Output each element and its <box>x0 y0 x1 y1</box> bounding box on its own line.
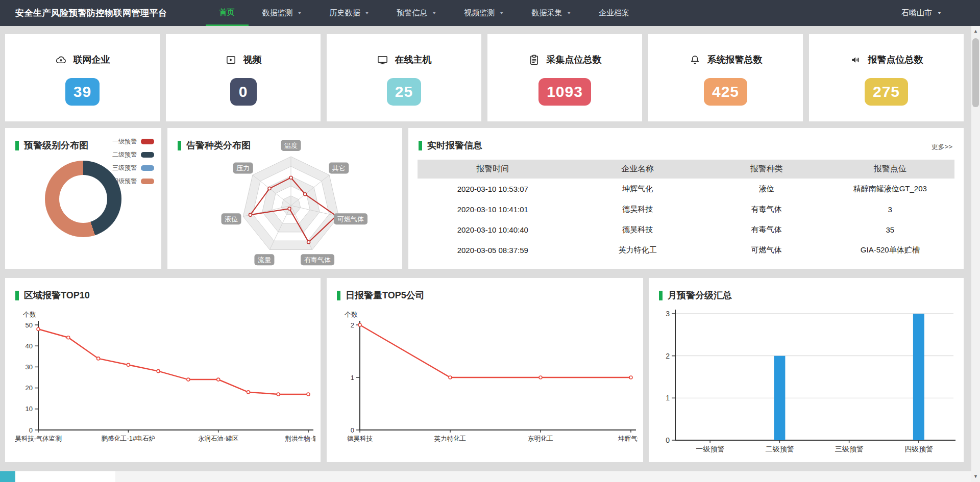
nav-item-data-monitor[interactable]: 数据监测▼ <box>249 0 316 26</box>
chevron-down-icon: ▼ <box>499 11 504 15</box>
table-cell: 2020-03-10 10:41:01 <box>418 199 568 219</box>
svg-text:有毒气体: 有毒气体 <box>304 256 331 264</box>
table-cell: 2020-03-05 08:37:59 <box>418 240 568 260</box>
svg-text:50: 50 <box>26 321 33 329</box>
legend-swatch <box>141 152 154 158</box>
table-cell: 3 <box>826 199 955 219</box>
svg-text:10: 10 <box>26 405 33 413</box>
table-header-cell: 报警点位 <box>826 160 955 179</box>
table-cell: 2020-03-10 10:53:07 <box>418 179 568 199</box>
stat-card-system-alarms-total: 系统报警总数 425 <box>648 34 803 121</box>
scroll-down-icon[interactable]: ▼ <box>971 472 980 481</box>
line-chart-daily-top5: 个数012德昊科技英力特化工东明化工坤辉气化 <box>332 305 638 458</box>
svg-text:二级预警: 二级预警 <box>765 445 794 453</box>
nav-item-data-collect[interactable]: 数据采集▼ <box>518 0 585 26</box>
legend-label: 二级预警 <box>112 150 137 159</box>
card-title-realtime-alarm: 实时报警信息 <box>419 139 482 151</box>
stat-value-badge: 275 <box>865 78 908 106</box>
svg-text:流量: 流量 <box>258 256 271 264</box>
alarm-table: 报警时间 企业名称 报警种类 报警点位 2020-03-10 10:53:07 … <box>418 160 954 260</box>
table-cell: 德昊科技 <box>568 199 708 219</box>
stat-card-connected-enterprises: 联网企业 39 <box>5 34 160 121</box>
table-cell: 2020-03-10 10:40:40 <box>418 219 568 240</box>
svg-text:温度: 温度 <box>284 142 298 149</box>
footer-tile <box>0 471 15 482</box>
app-title: 安全生产风险预警防控物联网管理平台 <box>15 0 167 26</box>
more-link[interactable]: 更多>> <box>932 142 952 151</box>
legend-label: 三级预警 <box>112 164 137 172</box>
svg-text:其它: 其它 <box>332 164 346 172</box>
chevron-down-icon: ▼ <box>298 11 302 15</box>
stat-label: 联网企业 <box>74 54 110 66</box>
table-header-cell: 企业名称 <box>568 160 708 179</box>
card-title-text: 告警种类分布图 <box>186 139 251 151</box>
video-icon <box>225 54 237 66</box>
navbar: 安全生产风险预警防控物联网管理平台 首页 数据监测▼ 历史数据▼ 预警信息▼ 视… <box>0 0 980 26</box>
svg-text:40: 40 <box>26 342 33 350</box>
bell-icon <box>689 54 701 66</box>
card-title-text: 预警级别分布图 <box>24 139 88 151</box>
table-cell: GIA-520单体贮槽 <box>826 240 955 260</box>
stat-label: 视频 <box>243 54 262 66</box>
nav-item-label: 企业档案 <box>599 8 629 18</box>
svg-text:可燃气体: 可燃气体 <box>337 215 364 223</box>
table-row: 2020-03-10 10:41:01 德昊科技 有毒气体 3 <box>418 199 954 219</box>
card-title-region-top10: 区域报警TOP10 <box>15 289 90 301</box>
svg-text:昊科技-气体监测: 昊科技-气体监测 <box>15 435 62 442</box>
nav-item-history-data[interactable]: 历史数据▼ <box>315 0 383 26</box>
title-bullet <box>178 141 181 150</box>
svg-text:0: 0 <box>351 426 354 434</box>
stat-label: 系统报警总数 <box>707 54 763 66</box>
svg-text:液位: 液位 <box>225 215 238 223</box>
footer-panel <box>15 471 115 482</box>
svg-text:个数: 个数 <box>23 311 36 318</box>
stat-card-alarm-points-total: 报警点位总数 275 <box>809 34 964 121</box>
table-cell: 精醇南罐液位GT_203 <box>826 179 955 199</box>
card-title-text: 月预警分级汇总 <box>668 289 732 301</box>
legend-swatch <box>141 179 154 184</box>
legend-item-level3[interactable]: 三级预警 <box>112 164 154 172</box>
stat-value-badge: 39 <box>65 78 100 106</box>
nav-item-label: 数据监测 <box>262 8 293 18</box>
title-bullet <box>659 291 663 300</box>
dashboard-page: 安全生产风险预警防控物联网管理平台 首页 数据监测▼ 历史数据▼ 预警信息▼ 视… <box>0 0 980 482</box>
scroll-up-icon[interactable]: ▲ <box>971 27 980 36</box>
card-title-warning-level: 预警级别分布图 <box>15 139 88 151</box>
svg-text:20: 20 <box>26 384 33 392</box>
svg-text:2: 2 <box>666 352 670 360</box>
scrollbar-thumb[interactable] <box>972 38 979 107</box>
table-row: 2020-03-10 10:40:40 德昊科技 有毒气体 35 <box>418 219 954 240</box>
stat-label: 报警点位总数 <box>868 54 923 66</box>
stat-label: 采集点位总数 <box>547 54 602 66</box>
svg-text:2: 2 <box>351 321 354 329</box>
monitor-icon <box>377 54 388 66</box>
card-title-alarm-type: 告警种类分布图 <box>178 139 251 151</box>
table-cell: 有毒气体 <box>707 199 825 219</box>
table-row: 2020-03-05 08:37:59 英力特化工 可燃气体 GIA-520单体… <box>418 240 954 260</box>
table-cell: 35 <box>826 219 955 240</box>
svg-text:个数: 个数 <box>345 311 358 318</box>
donut-chart <box>45 161 121 237</box>
stat-value-badge: 0 <box>230 78 257 106</box>
nav-item-enterprise-archive[interactable]: 企业档案 <box>585 0 643 26</box>
svg-text:一级预警: 一级预警 <box>696 445 724 453</box>
table-row: 2020-03-10 10:53:07 坤辉气化 液位 精醇南罐液位GT_203 <box>418 179 954 199</box>
scrollbar: ▲ ▼ <box>971 26 980 482</box>
speaker-icon <box>850 54 862 66</box>
svg-text:压力: 压力 <box>236 164 250 172</box>
nav-item-label: 预警信息 <box>397 8 427 18</box>
card-title-monthly-summary: 月预警分级汇总 <box>659 289 732 301</box>
region-selector[interactable]: 石嘴山市 ▼ <box>901 0 942 26</box>
table-header-row: 报警时间 企业名称 报警种类 报警点位 <box>418 160 954 179</box>
nav-item-home[interactable]: 首页 <box>206 0 249 26</box>
card-title-text: 实时报警信息 <box>427 139 482 151</box>
legend-item-level1[interactable]: 一级预警 <box>112 137 154 146</box>
nav-item-warning-info[interactable]: 预警信息▼ <box>383 0 450 26</box>
legend-item-level2[interactable]: 二级预警 <box>112 150 154 159</box>
svg-text:1: 1 <box>351 374 354 382</box>
alarm-type-card: 温度其它可燃气体有毒气体流量液位压力 告警种类分布图 <box>167 128 402 269</box>
svg-text:荆洪生物-氧化反: 荆洪生物-氧化反 <box>285 435 315 442</box>
svg-text:鹏盛化工-1#电石炉: 鹏盛化工-1#电石炉 <box>102 435 156 442</box>
nav-item-video-monitor[interactable]: 视频监测▼ <box>450 0 518 26</box>
nav-menu: 首页 数据监测▼ 历史数据▼ 预警信息▼ 视频监测▼ 数据采集▼ 企业档案 <box>206 0 644 26</box>
